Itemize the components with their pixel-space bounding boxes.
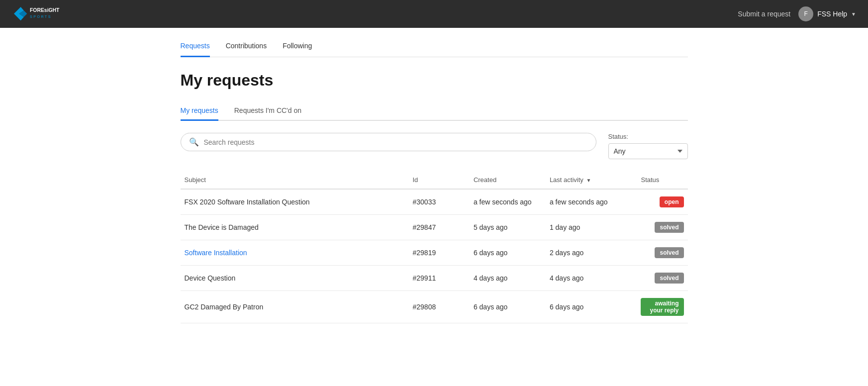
submit-request-link[interactable]: Submit a request bbox=[738, 10, 790, 18]
table-row: Device Question#299114 days ago4 days ag… bbox=[181, 266, 688, 291]
search-icon: 🔍 bbox=[189, 137, 199, 147]
subtab-ccd-on[interactable]: Requests I'm CC'd on bbox=[234, 101, 301, 121]
request-id: #29819 bbox=[409, 240, 470, 266]
col-header-id: Id bbox=[409, 171, 470, 189]
header: FOREsiGHT SPORTS Submit a request F FSS … bbox=[0, 0, 868, 28]
request-status: solved bbox=[637, 266, 687, 291]
request-subject: FSX 2020 Software Installation Question bbox=[185, 198, 310, 206]
page-title: My requests bbox=[181, 71, 688, 90]
user-menu[interactable]: F FSS Help ▼ bbox=[798, 6, 856, 21]
table-row: The Device is Damaged#298475 days ago1 d… bbox=[181, 215, 688, 240]
status-filter-label: Status: bbox=[608, 133, 688, 140]
search-input[interactable] bbox=[204, 138, 588, 146]
tab-contributions[interactable]: Contributions bbox=[226, 36, 267, 57]
status-select[interactable]: Any Open Solved Awaiting reply bbox=[608, 143, 688, 159]
search-status-row: 🔍 Status: Any Open Solved Awaiting reply bbox=[181, 133, 688, 159]
status-badge: solved bbox=[655, 273, 683, 284]
status-badge: solved bbox=[655, 247, 683, 258]
table-row: GC2 Damaged By Patron#298086 days ago6 d… bbox=[181, 291, 688, 323]
col-header-created: Created bbox=[470, 171, 546, 189]
header-right: Submit a request F FSS Help ▼ bbox=[738, 6, 856, 21]
request-status: open bbox=[637, 189, 687, 215]
subtab-my-requests[interactable]: My requests bbox=[181, 101, 218, 121]
status-badge: solved bbox=[655, 222, 683, 233]
col-header-last-activity[interactable]: Last activity ▼ bbox=[546, 171, 637, 189]
request-last-activity: 2 days ago bbox=[546, 240, 637, 266]
avatar: F bbox=[798, 6, 813, 21]
request-id: #30033 bbox=[409, 189, 470, 215]
table-row: Software Installation#298196 days ago2 d… bbox=[181, 240, 688, 266]
status-badge: awaiting your reply bbox=[641, 298, 683, 316]
svg-text:FOREsiGHT: FOREsiGHT bbox=[30, 7, 60, 13]
request-created: a few seconds ago bbox=[470, 189, 546, 215]
request-id: #29847 bbox=[409, 215, 470, 240]
sub-tabs: My requests Requests I'm CC'd on bbox=[181, 101, 688, 121]
request-status: solved bbox=[637, 215, 687, 240]
request-subject: Device Question bbox=[185, 274, 236, 282]
user-name-label: FSS Help bbox=[817, 10, 847, 18]
search-box: 🔍 bbox=[181, 133, 596, 151]
status-badge: open bbox=[660, 196, 684, 207]
col-header-subject: Subject bbox=[181, 171, 409, 189]
request-created: 5 days ago bbox=[470, 215, 546, 240]
request-created: 6 days ago bbox=[470, 291, 546, 323]
request-status: solved bbox=[637, 240, 687, 266]
svg-text:SPORTS: SPORTS bbox=[30, 14, 52, 19]
request-subject: GC2 Damaged By Patron bbox=[185, 303, 264, 311]
table-body: FSX 2020 Software Installation Question#… bbox=[181, 189, 688, 323]
avatar-initials: F bbox=[804, 10, 808, 17]
request-last-activity: a few seconds ago bbox=[546, 189, 637, 215]
request-status: awaiting your reply bbox=[637, 291, 687, 323]
main-content: Requests Contributions Following My requ… bbox=[161, 36, 708, 323]
logo-svg: FOREsiGHT SPORTS bbox=[12, 4, 92, 24]
logo: FOREsiGHT SPORTS bbox=[12, 4, 92, 24]
top-nav: Requests Contributions Following bbox=[181, 36, 688, 57]
table-row: FSX 2020 Software Installation Question#… bbox=[181, 189, 688, 215]
col-header-status: Status bbox=[637, 171, 687, 189]
sort-arrow-icon: ▼ bbox=[586, 178, 591, 183]
request-last-activity: 1 day ago bbox=[546, 215, 637, 240]
tab-requests[interactable]: Requests bbox=[181, 36, 210, 57]
table-header: Subject Id Created Last activity ▼ Statu… bbox=[181, 171, 688, 189]
request-last-activity: 4 days ago bbox=[546, 266, 637, 291]
requests-table: Subject Id Created Last activity ▼ Statu… bbox=[181, 171, 688, 323]
chevron-down-icon: ▼ bbox=[851, 11, 856, 17]
request-created: 6 days ago bbox=[470, 240, 546, 266]
request-last-activity: 6 days ago bbox=[546, 291, 637, 323]
request-subject: The Device is Damaged bbox=[185, 223, 259, 231]
request-created: 4 days ago bbox=[470, 266, 546, 291]
tab-following[interactable]: Following bbox=[283, 36, 312, 57]
request-subject-link[interactable]: Software Installation bbox=[185, 249, 247, 257]
status-filter: Status: Any Open Solved Awaiting reply bbox=[608, 133, 688, 159]
request-id: #29911 bbox=[409, 266, 470, 291]
request-id: #29808 bbox=[409, 291, 470, 323]
